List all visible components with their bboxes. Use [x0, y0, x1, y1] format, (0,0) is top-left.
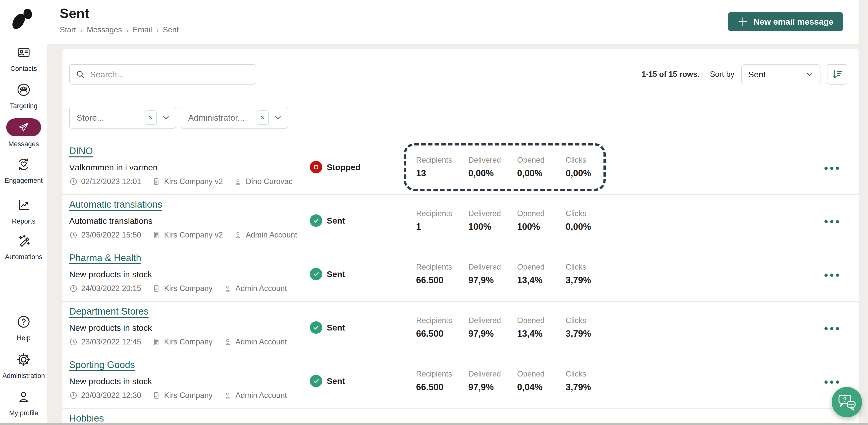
message-title-link[interactable]: Pharma & Health [69, 253, 141, 263]
stat-value: 3,79% [566, 382, 591, 392]
person-icon [234, 177, 242, 186]
message-title-link[interactable]: Sporting Goods [69, 360, 135, 370]
sidebar-item-label: Engagement [4, 177, 42, 185]
sidebar-item-engagement[interactable]: Engagement [0, 157, 47, 185]
message-stats: Recipients 66.500 Delivered 97,9% Opened… [404, 302, 606, 355]
stat-value: 66.500 [416, 328, 452, 339]
person-icon [223, 338, 232, 346]
sidebar-item-label: Automations [5, 253, 42, 261]
stat-opened: Opened 100% [517, 209, 545, 232]
search-icon [76, 70, 85, 79]
row-actions-menu-button[interactable] [823, 379, 841, 386]
search-box[interactable] [69, 64, 256, 85]
table-row: Hobbies Rec [62, 408, 859, 425]
store-filter-clear-button[interactable] [145, 110, 157, 125]
meta-author: Admin Account [223, 391, 287, 400]
stat-label: Clicks [566, 209, 591, 218]
meta-date: 23/03/2022 12:30 [69, 391, 141, 400]
stat-value: 13 [416, 168, 452, 178]
message-title-link[interactable]: Automatic translations [69, 199, 162, 210]
meta-date-text: 23/03/2022 12:30 [81, 391, 141, 400]
stat-label: Delivered [468, 156, 501, 165]
clock-icon [69, 284, 78, 293]
x-icon [259, 115, 266, 121]
meta-company: Kirs Company [152, 284, 213, 293]
sidebar-item-administration[interactable]: Administration [0, 353, 47, 380]
check-icon [312, 216, 320, 225]
check-icon [312, 270, 320, 278]
row-actions-menu-button[interactable] [823, 271, 841, 279]
sidebar-item-contacts[interactable]: Contacts [0, 45, 47, 73]
status-label: Sent [327, 323, 345, 332]
sidebar-item-automations[interactable]: Automations [0, 234, 47, 261]
search-input[interactable] [90, 70, 250, 79]
sidebar-item-help[interactable]: Help [0, 315, 47, 342]
stat-label: Clicks [566, 156, 591, 165]
meta-date: 24/03/2022 20:15 [69, 284, 141, 293]
administrator-filter-dropdown[interactable]: Administrator... [181, 107, 288, 129]
ellipsis-dot [830, 273, 833, 277]
stat-recipients: Recipients 66.500 [416, 316, 452, 339]
paper-plane-icon [18, 121, 30, 133]
chat-bubbles-icon: ? [836, 393, 858, 412]
toolbar: 1-15 of 15 rows. Sort by Sent [69, 49, 847, 97]
ellipsis-dot [830, 167, 833, 170]
status-label: Sent [327, 376, 345, 386]
message-meta: 23/06/2022 15:50 Kirs Company v2 Admin A… [69, 231, 297, 239]
svg-text:?: ? [843, 396, 847, 403]
ellipsis-dot [825, 167, 828, 170]
sidebar-item-label: Targeting [10, 102, 37, 110]
sidebar-item-reports[interactable]: Reports [0, 198, 47, 225]
breadcrumb-start[interactable]: Start [60, 25, 76, 34]
sort-select-value: Sent [748, 70, 766, 79]
meta-author: Admin Account [223, 337, 287, 347]
breadcrumb-sent[interactable]: Sent [163, 25, 179, 34]
message-meta: 23/03/2022 12:30 Kirs Company Admin Acco… [69, 391, 287, 400]
voyado-logo[interactable] [10, 6, 36, 32]
sidebar-item-my-profile[interactable]: My profile [0, 390, 47, 417]
meta-author: Admin Account [234, 231, 297, 239]
table-row: DINO Välkommen in i värmen 02/12/2023 12… [62, 141, 859, 195]
clock-icon [69, 177, 78, 186]
row-actions-menu-button[interactable] [823, 218, 841, 225]
status-badge: Sent [310, 268, 345, 280]
sort-select[interactable]: Sent [741, 64, 820, 84]
document-icon [152, 284, 160, 293]
sidebar-item-targeting[interactable]: Targeting [0, 83, 47, 110]
contact-card-icon [17, 45, 31, 59]
message-meta: 23/03/2022 12:45 Kirs Company Admin Acco… [69, 337, 287, 347]
stat-recipients: Recipients 1 [416, 209, 452, 232]
breadcrumb-messages[interactable]: Messages [87, 25, 122, 34]
stat-delivered: Delivered 97,9% [468, 369, 501, 392]
breadcrumb-email[interactable]: Email [133, 25, 152, 34]
message-title-link[interactable]: Department Stores [69, 306, 149, 317]
stat-label: Opened [517, 316, 545, 325]
new-email-message-button[interactable]: New email message [728, 12, 843, 31]
table-row: Automatic translations Automatic transla… [62, 195, 859, 248]
sort-direction-button[interactable] [827, 64, 847, 85]
status-badge: Stopped [310, 161, 361, 173]
message-title-link[interactable]: DINO [69, 146, 93, 156]
row-actions-menu-button[interactable] [823, 165, 841, 172]
plus-icon [738, 17, 748, 27]
store-filter-placeholder: Store... [76, 113, 145, 123]
ellipsis-dot [825, 220, 828, 223]
message-meta: 24/03/2022 20:15 Kirs Company Admin Acco… [69, 284, 287, 293]
meta-date-text: 24/03/2022 20:15 [81, 284, 141, 293]
ellipsis-dot [836, 273, 839, 277]
meta-author-text: Admin Account [246, 231, 297, 239]
audience-icon [17, 83, 31, 97]
help-chat-button[interactable]: ? [832, 387, 862, 417]
meta-author-text: Admin Account [236, 284, 287, 293]
row-actions-menu-button[interactable] [823, 325, 841, 332]
active-pill [6, 118, 41, 136]
top-header: Sent Start › Messages › Email › Sent New… [0, 0, 859, 44]
message-title-link[interactable]: Hobbies [69, 413, 104, 424]
table-row: Department Stores New products in stock … [62, 302, 859, 355]
sort-descending-icon [832, 69, 843, 80]
sidebar-item-messages[interactable]: Messages [0, 118, 47, 148]
stat-label: Opened [517, 263, 545, 271]
administrator-filter-clear-button[interactable] [257, 110, 269, 125]
status-label: Stopped [327, 162, 361, 172]
store-filter-dropdown[interactable]: Store... [69, 107, 176, 129]
